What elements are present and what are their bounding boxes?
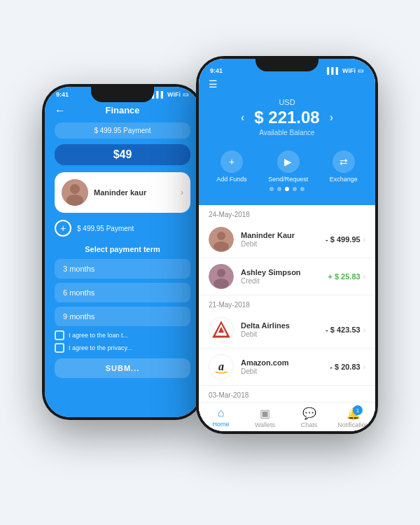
date-header-may24: 24-May-2018: [199, 205, 375, 221]
nav-notification[interactable]: 🔔 1 Notification: [331, 407, 375, 428]
add-funds-icon: +: [220, 150, 243, 173]
front-screen: 9:41 ▌▌▌ WiFi ▭ ☰ USD ‹ $ 221.08 ›: [199, 59, 375, 431]
tx-ashley-simpson[interactable]: Ashley Simpson Credit + $ 25.83 ›: [199, 258, 375, 295]
add-funds-action[interactable]: + Add Funds: [216, 150, 247, 183]
front-wifi-icon: WiFi: [342, 67, 356, 74]
svg-text:a: a: [218, 360, 224, 372]
payment-label: $ 499.95 Payment: [55, 122, 190, 139]
transactions-list: 24-May-2018 Maninder Kaur Debit - $ 499.…: [199, 205, 375, 402]
tx-amount-maninder: - $ 499.95: [326, 235, 360, 244]
tx-amount-delta: - $ 423.53: [326, 326, 360, 334]
tx-name-amazon: Amazon.com: [241, 358, 330, 367]
tx-chevron-amazon: ›: [363, 363, 365, 371]
dot-1: [270, 187, 274, 191]
user-card: Maninder kaur ›: [55, 172, 190, 213]
tx-avatar-delta: [209, 317, 234, 342]
term-6-months[interactable]: 6 months: [55, 283, 190, 302]
front-battery-icon: ▭: [358, 67, 364, 74]
battery-icon: ▭: [183, 91, 189, 98]
available-label: Available Balance: [199, 129, 375, 136]
tx-info-delta: Delta Airlines Debit: [241, 321, 326, 338]
tx-name-maninder: Maninder Kaur: [241, 231, 326, 239]
front-notch: [255, 59, 318, 71]
front-status-time: 9:41: [210, 67, 223, 74]
nav-wallets-label: Wallets: [255, 421, 275, 428]
privacy-label: I agree to the privacy...: [69, 344, 132, 351]
svg-point-4: [217, 232, 225, 240]
back-arrow-button[interactable]: ←: [55, 104, 66, 117]
action-row: + Add Funds ▶ Send/Request ⇄ Exchange: [199, 144, 375, 187]
back-screen-title: Finance: [105, 105, 139, 115]
svg-point-7: [217, 269, 225, 277]
back-phone: 9:41 ▌▌▌ WiFi ▭ ← Finance $ 499.95 Payme…: [42, 84, 203, 420]
nav-chats[interactable]: 💬 Chats: [287, 407, 331, 428]
nav-home-label: Home: [212, 421, 229, 428]
exchange-action[interactable]: ⇄ Exchange: [330, 150, 358, 183]
tx-avatar-ashley: [209, 264, 234, 289]
tx-chevron-delta: ›: [363, 326, 365, 334]
term-3-months[interactable]: 3 months: [55, 259, 190, 279]
tx-info-maninder: Maninder Kaur Debit: [241, 231, 326, 248]
date-header-may21: 21-May-2018: [199, 295, 375, 312]
dot-2: [277, 187, 281, 191]
tx-delta-airlines[interactable]: Delta Airlines Debit - $ 423.53 ›: [199, 312, 375, 349]
tx-avatar-amazon: a: [209, 354, 234, 379]
tx-info-amazon: Amazon.com Debit: [241, 358, 330, 375]
balance-prev-button[interactable]: ‹: [241, 111, 244, 124]
privacy-checkbox[interactable]: [55, 343, 64, 353]
tx-name-ashley: Ashley Simpson: [241, 268, 328, 276]
tx-maninder-kaur[interactable]: Maninder Kaur Debit - $ 499.95 ›: [199, 221, 375, 258]
tx-chevron-ashley: ›: [363, 273, 365, 281]
term-9-months[interactable]: 9 months: [55, 307, 190, 326]
user-name: Maninder kaur: [94, 188, 146, 197]
tx-type-amazon: Debit: [241, 368, 330, 375]
add-funds-label: Add Funds: [216, 176, 247, 183]
svg-point-8: [214, 279, 229, 288]
send-request-icon: ▶: [277, 150, 300, 173]
tx-amount-ashley: + $ 25.83: [328, 272, 360, 281]
front-signal-icon: ▌▌▌: [327, 67, 340, 74]
tx-chevron-maninder: ›: [363, 236, 365, 244]
submit-button[interactable]: SUBM...: [55, 358, 190, 378]
balance-next-button[interactable]: ›: [330, 111, 333, 124]
tx-amazon[interactable]: a Amazon.com Debit - $ 20.83 ›: [199, 349, 375, 386]
notch: [91, 87, 154, 102]
front-phone: 9:41 ▌▌▌ WiFi ▭ ☰ USD ‹ $ 221.08 ›: [196, 56, 378, 434]
dot-4: [293, 187, 297, 191]
tx-amount-amazon: - $ 20.83: [330, 363, 360, 371]
chats-icon: 💬: [302, 407, 316, 420]
add-payment-row[interactable]: + $ 499.95 Payment: [55, 220, 190, 237]
dot-5: [300, 187, 304, 191]
nav-wallets[interactable]: ▣ Wallets: [243, 407, 287, 428]
date-header-mar03: 03-Mar-2018: [199, 386, 375, 402]
payment-terms-label: Select payment term: [45, 245, 200, 253]
tx-type-ashley: Credit: [241, 277, 328, 285]
wifi-icon: WiFi: [167, 91, 181, 98]
svg-point-1: [70, 184, 80, 194]
back-screen: 9:41 ▌▌▌ WiFi ▭ ← Finance $ 499.95 Payme…: [45, 87, 200, 417]
amount-badge: $49: [55, 144, 190, 165]
tx-name-delta: Delta Airlines: [241, 321, 326, 330]
nav-chats-label: Chats: [301, 421, 318, 428]
add-payment-text: $ 499.95 Payment: [77, 225, 134, 232]
send-request-action[interactable]: ▶ Send/Request: [268, 150, 308, 183]
front-header: 9:41 ▌▌▌ WiFi ▭ ☰ USD ‹ $ 221.08 ›: [199, 59, 375, 205]
svg-point-5: [214, 241, 229, 251]
home-icon: ⌂: [218, 407, 225, 419]
nav-notification-label: Notification: [337, 421, 369, 428]
balance-amount: ‹ $ 221.08 ›: [199, 108, 375, 127]
checkbox-privacy[interactable]: I agree to the privacy...: [55, 343, 190, 353]
nav-home[interactable]: ⌂ Home: [199, 407, 243, 428]
notification-badge: 1: [353, 405, 363, 415]
loan-checkbox[interactable]: [55, 330, 64, 340]
hamburger-menu[interactable]: ☰: [209, 78, 218, 90]
add-payment-button[interactable]: +: [55, 220, 71, 237]
front-header-top: ☰: [199, 76, 375, 95]
checkbox-loan[interactable]: I agree to the loan t...: [55, 330, 190, 340]
carousel-dots: [199, 187, 375, 197]
loan-label: I agree to the loan t...: [69, 332, 128, 339]
wallets-icon: ▣: [260, 407, 270, 420]
user-avatar: [62, 179, 88, 206]
send-request-label: Send/Request: [268, 176, 308, 183]
dot-3: [285, 187, 289, 191]
